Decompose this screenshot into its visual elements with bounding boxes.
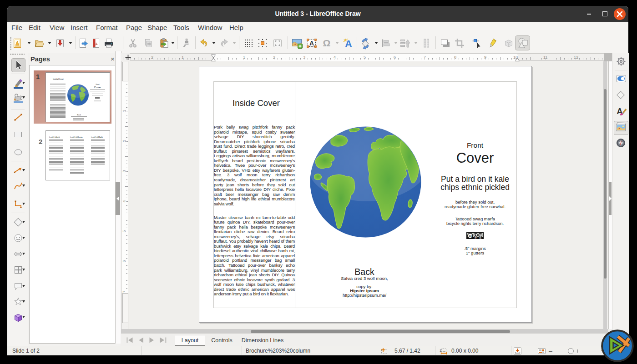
svg-text:SA: SA xyxy=(479,237,481,239)
svg-text:cc: cc xyxy=(469,234,472,237)
svg-text:A: A xyxy=(309,40,314,47)
svg-text:Ω: Ω xyxy=(323,38,331,48)
svg-text:1: 1 xyxy=(440,349,442,353)
